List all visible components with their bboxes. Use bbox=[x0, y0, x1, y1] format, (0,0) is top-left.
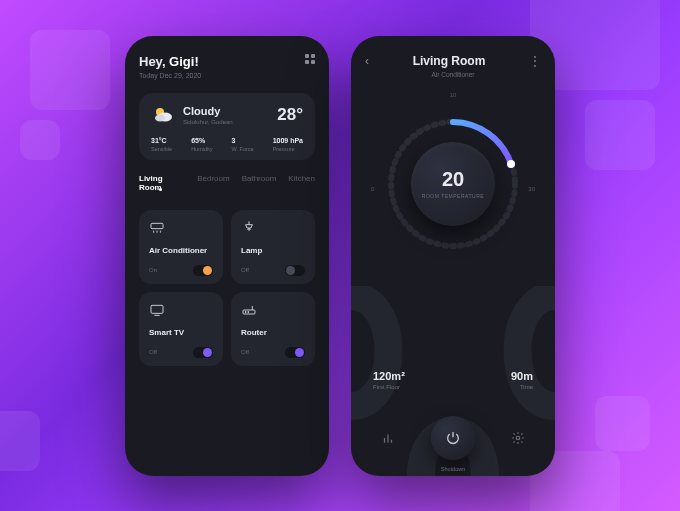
room-stat-time: 90m Time bbox=[511, 370, 533, 390]
device-toggle[interactable] bbox=[193, 265, 213, 276]
weather-stat: 65%Humidity bbox=[191, 137, 212, 152]
svg-rect-3 bbox=[151, 223, 163, 228]
temperature-value: 20 bbox=[442, 168, 464, 191]
ac-icon bbox=[149, 220, 165, 236]
lamp-icon bbox=[241, 220, 257, 236]
tab-bedroom[interactable]: Bedroom bbox=[197, 174, 229, 192]
greeting-prefix: Hey, bbox=[139, 54, 169, 69]
weather-icon bbox=[151, 103, 175, 127]
svg-point-2 bbox=[155, 114, 165, 121]
device-toggle[interactable] bbox=[285, 347, 305, 358]
room-title: Living Room bbox=[413, 54, 486, 68]
stats-icon[interactable] bbox=[379, 429, 397, 447]
tab-kitchen[interactable]: Kitchen bbox=[288, 174, 315, 192]
svg-point-12 bbox=[245, 311, 246, 312]
device-card-router[interactable]: Router Off bbox=[231, 292, 315, 366]
greeting-block: Hey, Gigi! Today Dec 29, 2020 bbox=[139, 54, 201, 79]
room-tabs: Living Room Bedroom Bathroom Kitchen bbox=[139, 174, 315, 192]
weather-condition: Cloudy bbox=[183, 105, 277, 117]
device-title: Lamp bbox=[241, 246, 305, 255]
device-toggle[interactable] bbox=[285, 265, 305, 276]
more-icon[interactable]: ⋮ bbox=[529, 54, 541, 68]
device-toggle[interactable] bbox=[193, 347, 213, 358]
device-title: Smart TV bbox=[149, 328, 213, 337]
room-stat-area: 120m² First Floor bbox=[373, 370, 405, 390]
weather-stat: 31°CSensible bbox=[151, 137, 172, 152]
device-title: Router bbox=[241, 328, 305, 337]
weather-location: Sidoluhur, Godean bbox=[183, 119, 277, 125]
weather-temperature: 28° bbox=[277, 105, 303, 125]
device-state: Off bbox=[241, 349, 249, 355]
current-date: Today Dec 29, 2020 bbox=[139, 72, 201, 79]
shutdown-label: Shutdown bbox=[441, 466, 465, 472]
tab-living-room[interactable]: Living Room bbox=[139, 174, 185, 192]
tab-bathroom[interactable]: Bathroom bbox=[242, 174, 277, 192]
device-card-tv[interactable]: Smart TV Off bbox=[139, 292, 223, 366]
weather-card[interactable]: Cloudy Sidoluhur, Godean 28° 31°CSensibl… bbox=[139, 93, 315, 160]
device-state: Off bbox=[241, 267, 249, 273]
greeting-name: Gigi! bbox=[169, 54, 199, 69]
svg-point-13 bbox=[248, 311, 249, 312]
temperature-label: ROOM TEMPERATURE bbox=[422, 193, 484, 199]
dial-tick: 10 bbox=[450, 92, 457, 98]
device-title: Air Conditioner bbox=[149, 246, 213, 255]
power-icon bbox=[445, 430, 461, 446]
temperature-dial[interactable]: 10 0 30 20 ROOM TEMPERATURE bbox=[365, 86, 541, 276]
svg-point-21 bbox=[516, 436, 520, 440]
router-icon bbox=[241, 302, 257, 318]
tv-icon bbox=[149, 302, 165, 318]
settings-icon[interactable] bbox=[509, 429, 527, 447]
device-card-lamp[interactable]: Lamp Off bbox=[231, 210, 315, 284]
room-subtitle: Air Conditioner bbox=[365, 71, 541, 78]
svg-point-8 bbox=[248, 228, 251, 229]
back-icon[interactable]: ‹ bbox=[365, 54, 369, 68]
device-state: Off bbox=[149, 349, 157, 355]
dial-tick: 0 bbox=[371, 186, 374, 192]
room-screen: ‹ Living Room ⋮ Air Conditioner 10 0 30 … bbox=[351, 36, 555, 476]
weather-stat: 1009 hPaPressure bbox=[273, 137, 303, 152]
svg-rect-9 bbox=[151, 305, 163, 313]
menu-grid-icon[interactable] bbox=[305, 54, 315, 64]
power-button[interactable] bbox=[431, 416, 475, 460]
svg-point-16 bbox=[507, 160, 515, 168]
weather-stat: 3W. Force bbox=[232, 137, 254, 152]
dial-tick: 30 bbox=[528, 186, 535, 192]
home-screen: Hey, Gigi! Today Dec 29, 2020 Cloudy Sid… bbox=[125, 36, 329, 476]
device-card-ac[interactable]: Air Conditioner On bbox=[139, 210, 223, 284]
device-state: On bbox=[149, 267, 157, 273]
tab-indicator bbox=[159, 188, 162, 191]
